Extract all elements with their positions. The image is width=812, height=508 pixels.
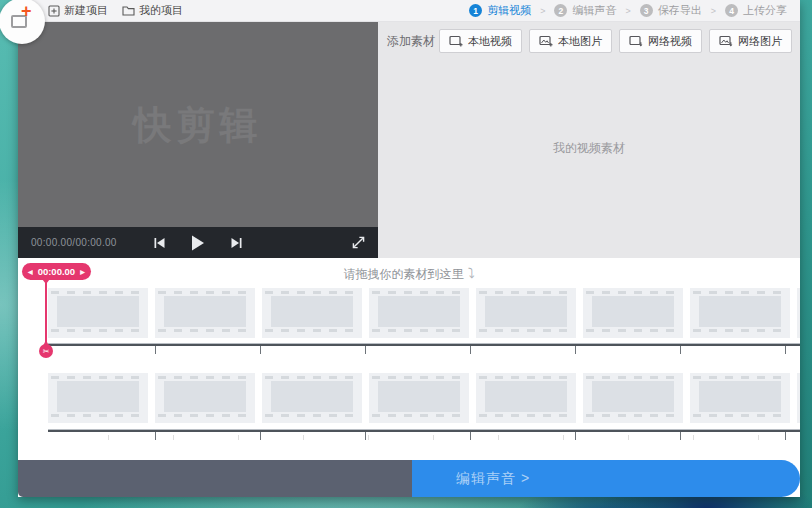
materials-panel: 添加素材 本地视频 本地图片 [378, 22, 800, 258]
ruler-tick [155, 346, 156, 354]
footer-bar: 编辑声音 > [18, 460, 800, 497]
button-label: 网络视频 [648, 34, 692, 49]
filmstrip-segment [155, 373, 255, 423]
timeline-ruler-2 [48, 429, 800, 432]
playhead-pin[interactable]: ✂ [39, 340, 53, 360]
step-label: 编辑声音 [572, 3, 616, 18]
web-video-icon [629, 35, 643, 47]
step-number: 2 [554, 4, 567, 17]
minor-tick [108, 435, 109, 440]
minor-tick [693, 435, 694, 440]
local-image-button[interactable]: 本地图片 [529, 29, 612, 53]
filmstrip-frame [57, 381, 139, 412]
filmstrip-frame [271, 381, 353, 412]
ruler-tick [260, 346, 261, 354]
filmstrip-segment [262, 373, 362, 423]
play-icon[interactable] [192, 235, 205, 251]
scissors-icon: ✂ [39, 344, 53, 358]
ruler-tick [470, 346, 471, 354]
filmstrip-segment [369, 288, 469, 338]
step-label: 保存导出 [658, 3, 702, 18]
filmstrip-segment [690, 288, 790, 338]
new-project-label: 新建项目 [64, 3, 108, 18]
ruler-tick [365, 346, 366, 354]
step-label: 上传分享 [743, 3, 787, 18]
edit-sound-label: 编辑声音 > [456, 470, 530, 488]
drop-hint-text: 请拖拽你的素材到这里 [344, 267, 464, 281]
playhead-time: 00:00.00 [38, 266, 76, 277]
minor-tick [498, 435, 499, 440]
filmstrip-segment [476, 288, 576, 338]
filmstrip-frame [485, 296, 567, 327]
filmstrip-segment [476, 373, 576, 423]
filmstrip-frame [592, 381, 674, 412]
curved-arrow-icon: ⤵ [468, 265, 475, 281]
app-window: 新建项目 我的项目 1 剪辑视频 > 2 编辑声音 > [18, 0, 800, 497]
watermark-text: 快剪辑 [18, 100, 378, 151]
workflow-steps: 1 剪辑视频 > 2 编辑声音 > 3 保存导出 > 4 上传分享 [469, 3, 800, 18]
materials-title: 添加素材 [387, 33, 435, 50]
filmstrip-frame [164, 381, 246, 412]
timeline: 请拖拽你的素材到这里⤵ ◀ 00:00.00 ▶ ✂ [18, 258, 800, 460]
minor-tick [238, 435, 239, 440]
skip-back-icon[interactable] [154, 237, 166, 249]
fullscreen-icon[interactable] [352, 236, 365, 249]
desktop-background: 新建项目 我的项目 1 剪辑视频 > 2 编辑声音 > [0, 0, 812, 508]
local-image-icon [539, 35, 553, 47]
badge-prev-icon[interactable]: ◀ [28, 268, 33, 275]
filmstrip-frame [378, 296, 460, 327]
step-separator: > [540, 6, 545, 16]
filmstrip-segment [583, 373, 683, 423]
step-separator: > [625, 6, 630, 16]
filmstrip-segment [369, 373, 469, 423]
minor-tick [368, 435, 369, 440]
materials-empty-text: 我的视频素材 [378, 140, 800, 157]
local-video-button[interactable]: 本地视频 [439, 29, 522, 53]
web-image-button[interactable]: 网络图片 [709, 29, 792, 53]
filmstrip-frame [57, 296, 139, 327]
playhead-line [45, 282, 47, 346]
video-track-2[interactable] [48, 373, 800, 423]
filmstrip-frame [699, 381, 781, 412]
filmstrip-segment [797, 373, 800, 423]
step-edit-sound[interactable]: 2 编辑声音 [554, 3, 616, 18]
filmstrip-segment [48, 288, 148, 338]
filmstrip-segment [262, 288, 362, 338]
drop-hint: 请拖拽你的素材到这里⤵ [18, 265, 800, 283]
my-projects-label: 我的项目 [139, 3, 183, 18]
my-projects-button[interactable]: 我的项目 [122, 3, 183, 18]
skip-forward-icon[interactable] [231, 237, 243, 249]
materials-header: 添加素材 本地视频 本地图片 [378, 22, 800, 60]
timeline-ruler-1 [48, 343, 800, 346]
playhead-time-badge[interactable]: ◀ 00:00.00 ▶ [22, 263, 91, 280]
filmstrip-frame [164, 296, 246, 327]
logo-plus-icon: + [21, 1, 32, 22]
filmstrip-segment [155, 288, 255, 338]
filmstrip-frame [699, 296, 781, 327]
filmstrip-frame [485, 381, 567, 412]
edit-sound-button[interactable]: 编辑声音 > [412, 460, 800, 497]
step-edit-video[interactable]: 1 剪辑视频 [469, 3, 531, 18]
plus-square-icon [48, 5, 60, 17]
main-area: 快剪辑 00:00.00/00:00.00 [18, 22, 800, 258]
time-display: 00:00.00/00:00.00 [31, 237, 117, 248]
web-image-icon [719, 35, 733, 47]
new-project-button[interactable]: 新建项目 [48, 3, 108, 18]
web-video-button[interactable]: 网络视频 [619, 29, 702, 53]
video-track-1[interactable] [48, 288, 800, 338]
step-number: 1 [469, 4, 482, 17]
footer-left-bar [18, 460, 412, 497]
step-upload-share[interactable]: 4 上传分享 [725, 3, 787, 18]
button-label: 本地图片 [558, 34, 602, 49]
minor-tick [303, 435, 304, 440]
playback-controls: 00:00.00/00:00.00 [18, 227, 378, 258]
local-video-icon [449, 35, 463, 47]
minor-ticks [48, 435, 800, 440]
step-save-export[interactable]: 3 保存导出 [640, 3, 702, 18]
minor-tick [563, 435, 564, 440]
top-toolbar: 新建项目 我的项目 1 剪辑视频 > 2 编辑声音 > [18, 0, 800, 22]
filmstrip-segment [797, 288, 800, 338]
badge-next-icon[interactable]: ▶ [80, 268, 85, 275]
step-number: 4 [725, 4, 738, 17]
minor-tick [628, 435, 629, 440]
